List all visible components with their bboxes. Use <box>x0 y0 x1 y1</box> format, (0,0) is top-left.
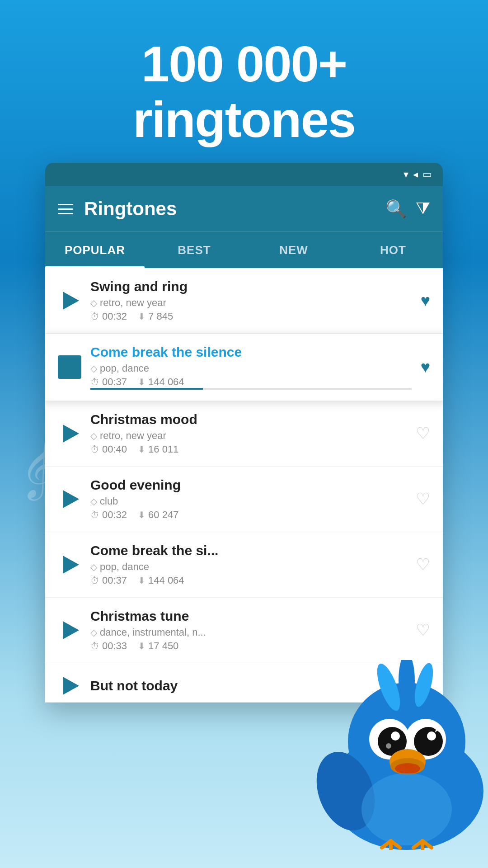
signal-icon: ◂ <box>413 169 418 180</box>
filter-icon[interactable]: ⧩ <box>416 199 430 219</box>
svg-point-11 <box>386 743 391 749</box>
download-icon: ⬇ <box>138 444 145 455</box>
tag-icon: ◇ <box>90 297 97 308</box>
play-triangle-icon <box>63 425 79 443</box>
song-title: Swing and ring <box>90 279 412 294</box>
battery-icon: ▭ <box>422 169 432 180</box>
hero-title-line1: 100 000+ <box>141 36 347 92</box>
tabs-bar: POPULAR BEST NEW HOT <box>45 231 443 268</box>
clock-icon: ⏱ <box>90 377 99 387</box>
song-info: Swing and ring ◇ retro, new year ⏱ 00:32… <box>90 279 412 322</box>
status-bar: ▾ ◂ ▭ <box>45 163 443 186</box>
song-stats: ⏱ 00:37 ⬇ 144 064 <box>90 376 412 388</box>
duration-stat: ⏱ 00:32 <box>90 509 127 521</box>
svg-text:★: ★ <box>433 723 442 735</box>
downloads-stat: ⬇ 60 247 <box>138 509 178 521</box>
song-tags: ◇ pop, dance <box>90 363 412 374</box>
tag-icon: ◇ <box>90 561 97 572</box>
play-button[interactable] <box>58 553 81 576</box>
clock-icon: ⏱ <box>90 311 99 322</box>
download-icon: ⬇ <box>138 575 145 586</box>
phone-frame: ▾ ◂ ▭ Ringtones 🔍 ⧩ POPULAR BEST NEW HOT <box>45 163 443 703</box>
svg-point-10 <box>391 731 400 741</box>
app-bar: Ringtones 🔍 ⧩ <box>45 186 443 231</box>
song-item: Christmas mood ◇ retro, new year ⏱ 00:40… <box>45 401 443 467</box>
svg-point-17 <box>361 773 452 845</box>
tab-new[interactable]: NEW <box>244 232 343 268</box>
song-stats: ⏱ 00:32 ⬇ 7 845 <box>90 311 412 322</box>
song-info: Christmas tune ◇ dance, instrumental, n.… <box>90 609 407 652</box>
play-triangle-icon <box>63 621 79 639</box>
stop-button[interactable] <box>58 355 81 379</box>
svg-point-16 <box>395 763 420 774</box>
song-stats: ⏱ 00:32 ⬇ 60 247 <box>90 509 407 521</box>
like-button[interactable]: ♥ <box>421 358 430 377</box>
songs-list: Swing and ring ◇ retro, new year ⏱ 00:32… <box>45 268 443 703</box>
song-item-active: Come break the silence ◇ pop, dance ⏱ 00… <box>45 334 443 401</box>
song-info: Good evening ◇ club ⏱ 00:32 ⬇ 60 247 <box>90 477 407 521</box>
downloads-stat: ⬇ 144 064 <box>138 376 184 388</box>
like-button[interactable]: ♡ <box>416 621 430 640</box>
progress-bar <box>90 388 412 390</box>
song-info: Christmas mood ◇ retro, new year ⏱ 00:40… <box>90 412 407 455</box>
wifi-icon: ▾ <box>404 169 408 180</box>
song-info: Come break the silence ◇ pop, dance ⏱ 00… <box>90 344 412 390</box>
song-title: Christmas tune <box>90 609 407 624</box>
tag-icon: ◇ <box>90 363 97 374</box>
song-item: Christmas tune ◇ dance, instrumental, n.… <box>45 598 443 663</box>
play-button[interactable] <box>58 487 81 511</box>
song-stats: ⏱ 00:40 ⬇ 16 011 <box>90 443 407 455</box>
duration-stat: ⏱ 00:33 <box>90 640 127 652</box>
search-icon[interactable]: 🔍 <box>385 199 407 219</box>
song-tags: ◇ retro, new year <box>90 430 407 442</box>
song-item: Come break the si... ◇ pop, dance ⏱ 00:3… <box>45 532 443 598</box>
tag-icon: ◇ <box>90 430 97 441</box>
play-triangle-icon <box>63 677 79 695</box>
play-button[interactable] <box>58 289 81 312</box>
duration-stat: ⏱ 00:40 <box>90 443 127 455</box>
play-button[interactable] <box>58 618 81 642</box>
duration-stat: ⏱ 00:37 <box>90 376 127 388</box>
hero-title-line2: ringtones <box>133 91 355 148</box>
menu-button[interactable] <box>58 204 73 214</box>
like-button[interactable]: ♥ <box>421 291 430 310</box>
downloads-stat: ⬇ 144 064 <box>138 575 184 586</box>
app-bar-actions: 🔍 ⧩ <box>385 199 430 219</box>
like-button[interactable]: ♡ <box>416 490 430 509</box>
downloads-stat: ⬇ 17 450 <box>138 640 178 652</box>
bird-mascot: ★ <box>312 660 488 850</box>
play-button[interactable] <box>58 674 81 698</box>
app-title: Ringtones <box>84 198 375 220</box>
song-item: Good evening ◇ club ⏱ 00:32 ⬇ 60 247 ♡ <box>45 467 443 532</box>
clock-icon: ⏱ <box>90 576 99 586</box>
song-stats: ⏱ 00:33 ⬇ 17 450 <box>90 640 407 652</box>
tab-best[interactable]: BEST <box>145 232 244 268</box>
clock-icon: ⏱ <box>90 510 99 520</box>
song-item: Swing and ring ◇ retro, new year ⏱ 00:32… <box>45 268 443 334</box>
tag-icon: ◇ <box>90 627 97 638</box>
song-title: Christmas mood <box>90 412 407 427</box>
song-title: Come break the si... <box>90 543 407 558</box>
hero-section: 100 000+ ringtones <box>0 0 488 175</box>
duration-stat: ⏱ 00:32 <box>90 311 127 322</box>
tab-popular[interactable]: POPULAR <box>45 232 145 268</box>
song-tags: ◇ retro, new year <box>90 297 412 309</box>
hero-title: 100 000+ ringtones <box>0 36 488 147</box>
download-icon: ⬇ <box>138 311 145 322</box>
song-tags: ◇ club <box>90 495 407 507</box>
clock-icon: ⏱ <box>90 641 99 651</box>
song-stats: ⏱ 00:37 ⬇ 144 064 <box>90 575 407 586</box>
tab-hot[interactable]: HOT <box>343 232 443 268</box>
play-triangle-icon <box>63 556 79 574</box>
song-tags: ◇ pop, dance <box>90 561 407 573</box>
download-icon: ⬇ <box>138 509 145 520</box>
like-button[interactable]: ♡ <box>416 424 430 443</box>
duration-stat: ⏱ 00:37 <box>90 575 127 586</box>
like-button[interactable]: ♡ <box>416 555 430 574</box>
downloads-stat: ⬇ 16 011 <box>138 443 178 455</box>
play-button[interactable] <box>58 422 81 445</box>
song-tags: ◇ dance, instrumental, n... <box>90 627 407 638</box>
download-icon: ⬇ <box>138 377 145 387</box>
song-title-active: Come break the silence <box>90 344 412 360</box>
song-info: Come break the si... ◇ pop, dance ⏱ 00:3… <box>90 543 407 586</box>
